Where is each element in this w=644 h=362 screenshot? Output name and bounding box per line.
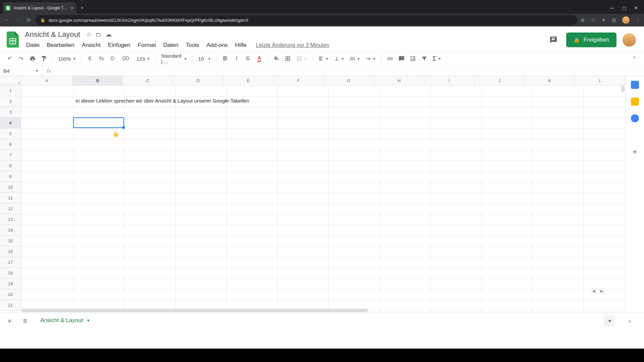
explore-button[interactable]: ✦ <box>604 315 615 327</box>
sheet-scroll-right-button[interactable]: ▶ <box>598 288 605 294</box>
column-header[interactable]: C <box>123 76 173 85</box>
window-maximize-icon[interactable]: ▢ <box>622 5 626 10</box>
percent-button[interactable]: % <box>96 53 106 64</box>
window-close-icon[interactable]: ✕ <box>634 5 638 10</box>
row-header[interactable]: 1 <box>0 85 21 96</box>
column-header[interactable]: K <box>525 76 575 85</box>
row-header[interactable]: 14 <box>0 225 21 236</box>
menu-format[interactable]: Format <box>135 41 159 50</box>
column-header[interactable]: A <box>21 76 73 85</box>
app-grid-icon[interactable]: ⊞ <box>612 17 616 23</box>
horizontal-scrollbar[interactable] <box>21 309 619 313</box>
row-header[interactable]: 9 <box>0 171 21 182</box>
menu-datei[interactable]: Datei <box>23 41 43 50</box>
url-bar[interactable]: 🔒 docs.google.com/spreadsheets/d/12KXm2A… <box>36 15 577 25</box>
menu-tools[interactable]: Tools <box>182 41 203 50</box>
insert-chart-button[interactable] <box>408 53 418 64</box>
share-button[interactable]: 🔒 Freigeben <box>566 33 616 47</box>
zoom-indicator-icon[interactable]: ⊕ <box>581 17 585 23</box>
forward-icon[interactable]: → <box>14 17 21 23</box>
text-color-button[interactable]: A <box>254 53 264 64</box>
reload-icon[interactable]: ⟳ <box>25 17 32 23</box>
sheet-scroll-left-button[interactable]: ◀ <box>590 288 597 294</box>
select-all-corner[interactable] <box>0 76 21 85</box>
merge-cells-button[interactable]: ▼ <box>294 56 309 62</box>
row-header[interactable]: 6 <box>0 139 21 150</box>
row-header[interactable]: 2 <box>0 96 21 107</box>
account-avatar[interactable] <box>623 33 636 47</box>
row-header[interactable]: 3 <box>0 107 21 118</box>
currency-button[interactable]: € <box>85 53 95 64</box>
last-edit-link[interactable]: Letzte Änderung vor 3 Minuten <box>256 42 329 48</box>
row-header[interactable]: 19 <box>0 279 21 289</box>
tasks-addon-icon[interactable] <box>631 114 639 122</box>
decimal-decrease-button[interactable]: .0← <box>108 53 118 64</box>
zoom-select[interactable]: 100%▼ <box>56 56 78 62</box>
italic-button[interactable]: I <box>231 53 241 64</box>
menu-ansicht[interactable]: Ansicht <box>78 41 104 50</box>
row-header[interactable]: 15 <box>0 236 21 246</box>
back-icon[interactable]: ← <box>3 17 11 23</box>
functions-button[interactable]: Σ▼ <box>431 55 443 62</box>
browser-avatar[interactable] <box>622 16 630 24</box>
row-header[interactable]: 4 <box>0 118 21 128</box>
column-header[interactable]: L <box>575 76 625 85</box>
vertical-scrollbar[interactable] <box>621 85 625 308</box>
column-header[interactable]: I <box>424 76 475 85</box>
row-header[interactable]: 17 <box>0 257 21 268</box>
v-align-button[interactable]: ▼ <box>332 56 346 61</box>
doc-title[interactable]: Ansicht & Layout <box>23 29 82 40</box>
text-rotation-button[interactable]: ▼ <box>364 56 378 61</box>
sheet-tab-menu-icon[interactable]: ▼ <box>87 318 90 322</box>
row-header[interactable]: 20 <box>0 289 21 300</box>
undo-button[interactable]: ↶ <box>5 53 15 64</box>
spreadsheet-grid[interactable]: ABCDEFGHIJKL 123456789101112131415161718… <box>0 76 625 313</box>
menu-einfuegen[interactable]: Einfügen <box>105 41 134 50</box>
text-wrap-button[interactable]: ▼ <box>348 56 362 61</box>
show-side-panel-button[interactable]: › <box>621 317 639 325</box>
menu-addons[interactable]: Add-ons <box>203 41 231 50</box>
new-tab-button[interactable]: + <box>80 5 84 12</box>
name-box[interactable]: B4 ▼ <box>0 66 42 76</box>
column-header[interactable]: E <box>223 76 274 85</box>
column-header[interactable]: D <box>173 76 223 85</box>
tab-close-icon[interactable]: ✕ <box>70 6 74 10</box>
filter-button[interactable] <box>419 53 429 64</box>
keep-addon-icon[interactable] <box>631 98 639 106</box>
font-size-select[interactable]: 10▼ <box>196 56 213 62</box>
comments-button[interactable] <box>547 33 560 47</box>
calendar-addon-icon[interactable] <box>631 81 639 89</box>
star-icon[interactable]: ☆ <box>86 31 92 38</box>
fill-color-button[interactable] <box>271 53 281 64</box>
insert-link-button[interactable] <box>385 53 395 64</box>
h-align-button[interactable]: ▼ <box>316 56 331 61</box>
paint-format-button[interactable] <box>39 53 49 64</box>
all-sheets-button[interactable]: ≡ <box>20 317 30 325</box>
browser-menu-icon[interactable]: ⋮ <box>636 17 641 23</box>
sheets-logo-icon[interactable] <box>6 31 19 48</box>
row-header[interactable]: 18 <box>0 268 21 279</box>
column-header[interactable]: J <box>475 76 525 85</box>
number-format-select[interactable]: 123▼ <box>135 56 152 62</box>
redo-button[interactable]: ↷ <box>16 53 26 64</box>
row-header[interactable]: 8 <box>0 161 21 171</box>
add-sheet-button[interactable]: + <box>5 317 15 325</box>
menu-daten[interactable]: Daten <box>160 41 182 50</box>
cell-content[interactable]: In dieser Lektion sprechen wir über Ansi… <box>73 96 251 105</box>
row-header[interactable]: 11 <box>0 193 21 203</box>
window-minimize-icon[interactable]: — <box>610 5 614 10</box>
row-header[interactable]: 10 <box>0 182 21 193</box>
bold-button[interactable]: B <box>220 53 230 64</box>
row-header[interactable]: 16 <box>0 246 21 257</box>
fill-handle[interactable] <box>122 126 125 129</box>
row-header[interactable]: 13 <box>0 214 21 225</box>
print-button[interactable] <box>28 53 38 64</box>
insert-comment-button[interactable] <box>396 53 407 64</box>
collapse-toolbar-button[interactable]: ⌃ <box>629 53 639 64</box>
column-header[interactable]: G <box>324 76 374 85</box>
add-addon-button[interactable]: + <box>632 148 637 156</box>
extensions-icon[interactable]: ✦ <box>601 17 606 23</box>
menu-bearbeiten[interactable]: Bearbeiten <box>44 41 78 50</box>
strikethrough-button[interactable]: S <box>243 53 253 64</box>
menu-hilfe[interactable]: Hilfe <box>232 41 250 50</box>
